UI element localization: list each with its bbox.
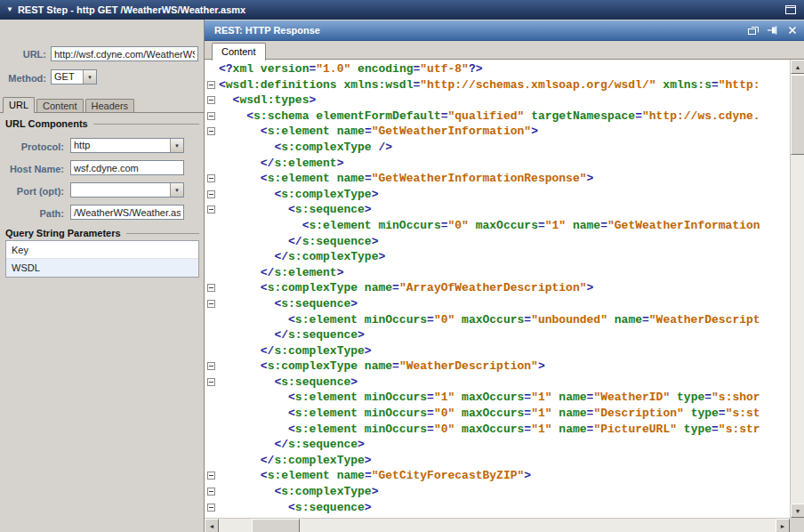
xml-editor-lines: <?xml version="1.0" encoding="utf-8"?><w… — [205, 61, 790, 518]
dropdown-arrow-icon[interactable]: ▼ — [83, 70, 96, 84]
code-line: <s:sequence> — [205, 296, 790, 312]
fold-collapse-icon[interactable] — [207, 81, 215, 89]
fold-gutter — [205, 249, 219, 265]
fold-gutter — [205, 93, 219, 109]
code-text: <s:element minOccurs="0" maxOccurs="1" n… — [219, 422, 790, 438]
fold-collapse-icon[interactable] — [207, 378, 215, 386]
method-select[interactable]: GET ▼ — [51, 69, 97, 85]
protocol-select[interactable]: http ▼ — [70, 138, 184, 153]
code-line: <wsdl:definitions xmlns:wsdl="http://sch… — [205, 77, 790, 93]
code-line: <s:element name="GetWeatherInformationRe… — [205, 171, 790, 187]
code-text: <s:sequence> — [219, 500, 790, 516]
fold-gutter — [205, 484, 219, 500]
collapse-triangle-icon[interactable]: ▼ — [6, 6, 13, 13]
fold-collapse-icon[interactable] — [207, 300, 215, 308]
fold-gutter — [205, 500, 219, 516]
url-label: URL: — [0, 49, 46, 60]
code-line: <s:element minOccurs="0" maxOccurs="1" n… — [205, 218, 790, 234]
code-line: <s:element minOccurs="0" maxOccurs="1" n… — [205, 406, 790, 422]
code-text: <s:sequence> — [219, 296, 790, 312]
restore-window-icon[interactable] — [784, 4, 798, 16]
port-label: Port (opt): — [0, 186, 64, 197]
fold-gutter — [205, 468, 219, 484]
window-titlebar[interactable]: ▼ REST Step - http GET /WeatherWS/Weathe… — [0, 0, 804, 20]
code-line: <s:complexType> — [205, 484, 790, 500]
fold-collapse-icon[interactable] — [207, 96, 215, 104]
dropdown-arrow-icon[interactable]: ▼ — [170, 183, 183, 197]
fold-collapse-icon[interactable] — [207, 190, 215, 198]
code-text: <s:element name="GetCityForecastByZIP"> — [219, 468, 790, 484]
float-panel-icon[interactable] — [746, 24, 760, 36]
code-line: <s:sequence> — [205, 375, 790, 391]
path-input[interactable] — [70, 205, 184, 220]
code-text: <s:element minOccurs="0" maxOccurs="unbo… — [219, 312, 790, 328]
fold-gutter — [205, 187, 219, 203]
response-panel-header[interactable]: REST: HTTP Response — [205, 20, 804, 41]
fold-collapse-icon[interactable] — [207, 504, 215, 512]
vertical-scrollbar-thumb[interactable] — [791, 75, 804, 155]
fold-collapse-icon[interactable] — [207, 472, 215, 480]
fold-collapse-icon[interactable] — [207, 488, 215, 496]
fold-collapse-icon[interactable] — [207, 362, 215, 370]
close-panel-icon[interactable] — [785, 24, 800, 36]
port-select[interactable]: ▼ — [70, 182, 184, 197]
query-param-row[interactable]: Key — [6, 241, 198, 259]
dropdown-arrow-icon[interactable]: ▼ — [170, 139, 183, 152]
code-text: </s:complexType> — [219, 453, 790, 469]
hostname-label: Host Name: — [0, 164, 64, 174]
url-components-header: URL Components — [5, 118, 199, 129]
fold-gutter — [205, 359, 219, 375]
query-params-header: Query String Parameters — [5, 228, 199, 238]
code-text: <s:complexType> — [219, 484, 790, 500]
tab-content[interactable]: Content — [36, 99, 84, 112]
url-components-title: URL Components — [5, 118, 88, 129]
code-line: <s:complexType name="WeatherDescription"… — [205, 359, 790, 375]
query-params-title: Query String Parameters — [5, 228, 121, 238]
fold-collapse-icon[interactable] — [207, 112, 215, 120]
horizontal-scrollbar-thumb[interactable] — [252, 519, 300, 532]
fold-collapse-icon[interactable] — [207, 284, 215, 292]
code-text: </s:sequence> — [219, 327, 790, 343]
code-line: </s:complexType> — [205, 249, 790, 265]
scroll-down-icon[interactable]: ▼ — [791, 504, 804, 518]
fold-gutter — [205, 453, 219, 469]
code-text: <wsdl:types> — [219, 93, 790, 109]
fold-gutter — [205, 312, 219, 328]
scroll-left-icon[interactable]: ◄ — [205, 519, 219, 532]
vertical-scrollbar[interactable]: ▲ ▼ — [790, 60, 804, 518]
url-input[interactable] — [51, 46, 198, 61]
hostname-input[interactable] — [70, 160, 184, 175]
code-text: </s:sequence> — [219, 234, 790, 250]
scrollbar-corner — [790, 518, 804, 532]
code-text: <s:element name="GetWeatherInformation"> — [219, 124, 790, 140]
pin-panel-icon[interactable] — [766, 24, 780, 36]
code-line: <s:element minOccurs="0" maxOccurs="unbo… — [205, 312, 790, 328]
fold-collapse-icon[interactable] — [207, 174, 215, 182]
tab-url[interactable]: URL — [3, 97, 35, 113]
fold-gutter — [205, 156, 219, 172]
code-line: </s:sequence> — [205, 234, 790, 250]
fold-collapse-icon[interactable] — [207, 127, 215, 135]
code-text: <wsdl:definitions xmlns:wsdl="http://sch… — [219, 77, 790, 93]
response-panel-title: REST: HTTP Response — [214, 25, 320, 36]
code-line: </s:complexType> — [205, 453, 790, 469]
tab-response-content[interactable]: Content — [212, 43, 266, 60]
code-line: <s:element minOccurs="0" maxOccurs="1" n… — [205, 422, 790, 438]
scroll-right-icon[interactable]: ► — [776, 519, 790, 532]
code-line: <s:complexType name="ArrayOfWeatherDescr… — [205, 280, 790, 296]
query-param-row[interactable]: WSDL — [6, 259, 198, 277]
horizontal-scrollbar[interactable]: ◄ ► — [205, 518, 790, 532]
scroll-up-icon[interactable]: ▲ — [791, 60, 804, 74]
fold-collapse-icon[interactable] — [207, 206, 215, 214]
code-line: <s:element minOccurs="1" maxOccurs="1" n… — [205, 390, 790, 406]
xml-editor[interactable]: <?xml version="1.0" encoding="utf-8"?><w… — [205, 60, 790, 518]
code-line: <s:element name="GetCityForecastByZIP"> — [205, 468, 790, 484]
code-line: </s:element> — [205, 156, 790, 172]
tab-headers[interactable]: Headers — [85, 99, 135, 112]
query-params-table: Key WSDL — [5, 240, 199, 278]
fold-gutter — [205, 265, 219, 281]
code-text: <s:complexType /> — [219, 140, 790, 156]
code-line: <s:sequence> — [205, 202, 790, 218]
fold-gutter — [205, 343, 219, 359]
fold-gutter — [205, 171, 219, 187]
